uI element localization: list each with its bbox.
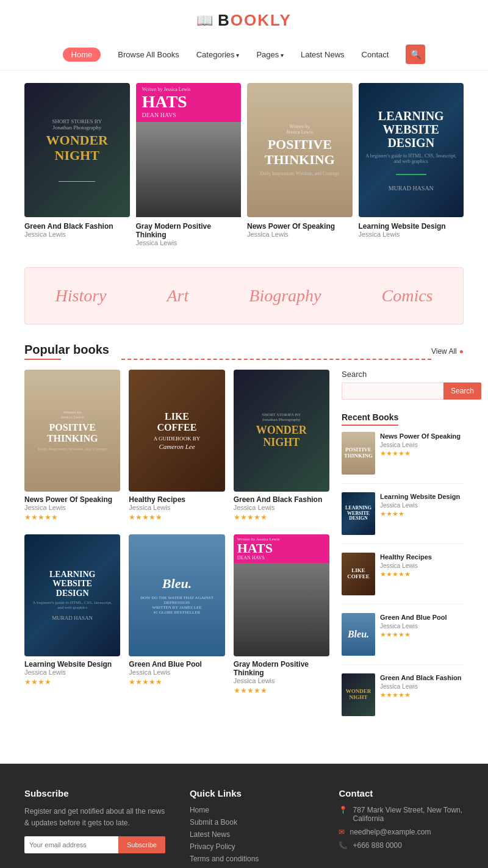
category-history[interactable]: History bbox=[56, 286, 107, 306]
footer-link-news[interactable]: Latest News bbox=[190, 830, 315, 839]
view-all-dot: ● bbox=[459, 347, 464, 356]
grid-book-3-stars: ★★★★★ bbox=[234, 513, 329, 522]
featured-book-2-title: Gray Modern Positive Thinking bbox=[136, 222, 242, 239]
category-art[interactable]: Art bbox=[167, 286, 189, 306]
footer-link-terms[interactable]: Terms and conditions bbox=[190, 855, 315, 863]
nav-home[interactable]: Home bbox=[63, 48, 101, 62]
grid-book-1-author: Jessica Lewis bbox=[24, 504, 120, 511]
recent-book-3-stars: ★★★★★ bbox=[380, 570, 464, 578]
recent-book-5-title: Green And Black Fashion bbox=[380, 673, 464, 682]
recent-book-1-title: News Power Of Speaking bbox=[380, 432, 464, 440]
books-grid: Written byJessica Lewis POSITIVETHINKING… bbox=[24, 370, 329, 733]
phone-icon: 📞 bbox=[339, 841, 348, 850]
grid-book-2[interactable]: LIKECOFFEE A GUIDEBOOK BY Cameron Lee He… bbox=[129, 370, 224, 522]
search-button[interactable]: 🔍 bbox=[406, 45, 425, 64]
featured-book-3[interactable]: Written byJessica Lewis POSITIVETHINKING… bbox=[247, 83, 353, 249]
search-input[interactable] bbox=[342, 382, 443, 400]
featured-book-1[interactable]: SHORT STORIES BYJonathan Photography WON… bbox=[24, 83, 130, 249]
grid-book-4-title: Learning Website Design bbox=[24, 660, 120, 669]
recent-info-3: Healthy Recipes Jessica Lewis ★★★★★ bbox=[380, 553, 464, 578]
search-box: Search Search bbox=[342, 370, 464, 400]
featured-book-3-author: Jessica Lewis bbox=[247, 231, 353, 238]
recent-books-section: Recent Books POSITIVETHINKING News Power… bbox=[342, 412, 464, 725]
nav-pages[interactable]: Pages bbox=[256, 50, 284, 59]
grid-book-2-stars: ★★★★★ bbox=[129, 513, 224, 522]
footer-contact-title: Contact bbox=[339, 788, 464, 798]
search-submit[interactable]: Search bbox=[443, 382, 481, 400]
recent-book-5-author: Jessica Lewis bbox=[380, 683, 464, 690]
grid-row-1: Written byJessica Lewis POSITIVETHINKING… bbox=[24, 370, 329, 522]
recent-thumb-3: LIKECOFFEE bbox=[342, 553, 375, 595]
footer-quick-links: Quick Links Home Submit a Book Latest Ne… bbox=[190, 788, 315, 867]
featured-book-4-author: Jessica Lewis bbox=[359, 231, 464, 238]
grid-book-1-title: News Power Of Speaking bbox=[24, 495, 120, 504]
logo-icon: 📖 bbox=[196, 13, 213, 29]
footer-columns: Subscribe Register and get notified abou… bbox=[24, 788, 464, 867]
search-row: Search bbox=[342, 382, 464, 400]
footer-link-home[interactable]: Home bbox=[190, 806, 315, 814]
grid-book-5[interactable]: Bleu. HOW DO THE WATER THAT AGAINST DEPR… bbox=[129, 534, 224, 695]
recent-info-2: Learning Website Design Jessica Lewis ★★… bbox=[380, 492, 464, 518]
main-content: Written byJessica Lewis POSITIVETHINKING… bbox=[24, 370, 464, 733]
grid-book-6[interactable]: Written by Jessica Lewis HATS DEAN HAVS … bbox=[234, 534, 329, 695]
footer-subscribe-button[interactable]: Subscribe bbox=[118, 836, 165, 853]
grid-cover-5: Bleu. HOW DO THE WATER THAT AGAINST DEPR… bbox=[129, 534, 224, 656]
recent-book-4[interactable]: Bleu. Green And Blue Pool Jessica Lewis … bbox=[342, 613, 464, 665]
nav-categories[interactable]: Categories bbox=[196, 50, 240, 59]
recent-book-2[interactable]: LEARNINGWEBSITEDESIGN Learning Website D… bbox=[342, 492, 464, 544]
recent-book-4-title: Green And Blue Pool bbox=[380, 613, 464, 622]
grid-cover-2: LIKECOFFEE A GUIDEBOOK BY Cameron Lee bbox=[129, 370, 224, 492]
recent-book-5[interactable]: WONDERNIGHT Green And Black Fashion Jess… bbox=[342, 673, 464, 725]
featured-books: SHORT STORIES BYJonathan Photography WON… bbox=[0, 71, 488, 261]
featured-book-1-title: Green And Black Fashion bbox=[24, 222, 130, 231]
grid-book-1-stars: ★★★★★ bbox=[24, 513, 120, 522]
recent-book-1-stars: ★★★★★ bbox=[380, 450, 464, 457]
grid-book-6-title: Gray Modern Positive Thinking bbox=[234, 660, 329, 677]
grid-book-4[interactable]: LEARNINGWEBSITEDESIGN A beginner's guide… bbox=[24, 534, 120, 695]
search-label: Search bbox=[342, 370, 464, 379]
featured-book-2-author: Jessica Lewis bbox=[136, 239, 242, 246]
footer-email-row: Subscribe bbox=[24, 836, 165, 853]
popular-section: Popular books View All ● Written byJessi… bbox=[0, 337, 488, 739]
logo-text: BOOKLY bbox=[218, 11, 292, 30]
featured-book-1-author: Jessica Lewis bbox=[24, 231, 130, 238]
nav-contact[interactable]: Contact bbox=[362, 50, 389, 59]
category-comics[interactable]: Comics bbox=[382, 286, 433, 306]
recent-thumb-4: Bleu. bbox=[342, 613, 375, 656]
footer-subscribe-title: Subscribe bbox=[24, 788, 165, 798]
recent-books-title: Recent Books bbox=[342, 412, 398, 426]
logo: 📖 BOOKLY bbox=[196, 11, 292, 30]
recent-thumb-2: LEARNINGWEBSITEDESIGN bbox=[342, 492, 375, 535]
grid-book-2-title: Healthy Recipes bbox=[129, 495, 224, 504]
recent-book-3-title: Healthy Recipes bbox=[380, 553, 464, 561]
recent-book-1-author: Jessica Lewis bbox=[380, 442, 464, 448]
categories-banner: History Art Biography Comics bbox=[24, 267, 464, 325]
grid-book-3-author: Jessica Lewis bbox=[234, 504, 329, 511]
grid-row-2: LEARNINGWEBSITEDESIGN A beginner's guide… bbox=[24, 534, 329, 695]
category-biography[interactable]: Biography bbox=[249, 286, 321, 306]
recent-book-1[interactable]: POSITIVETHINKING News Power Of Speaking … bbox=[342, 432, 464, 484]
footer-address: 📍 787 Mark View Street, New Town, Califo… bbox=[339, 806, 464, 823]
nav-browse[interactable]: Browse All Books bbox=[118, 50, 179, 59]
featured-book-2[interactable]: Written by Jessica Lewis HATS DEAN HAVS … bbox=[136, 83, 242, 249]
featured-book-4-meta: Learning Website Design Jessica Lewis bbox=[359, 217, 464, 240]
navigation: Home Browse All Books Categories Pages L… bbox=[63, 38, 426, 70]
nav-latest-news[interactable]: Latest News bbox=[301, 50, 345, 59]
view-all-button[interactable]: View All ● bbox=[431, 347, 464, 356]
footer-link-submit[interactable]: Submit a Book bbox=[190, 818, 315, 827]
grid-book-5-title: Green And Blue Pool bbox=[129, 660, 224, 669]
featured-book-4[interactable]: LEARNINGWEBSITEDESIGN A beginner's guide… bbox=[359, 83, 464, 249]
recent-book-2-author: Jessica Lewis bbox=[380, 502, 464, 509]
grid-book-4-stars: ★★★★ bbox=[24, 678, 120, 687]
featured-cover-1: SHORT STORIES BYJonathan Photography WON… bbox=[24, 83, 130, 217]
recent-thumb-1: POSITIVETHINKING bbox=[342, 432, 375, 475]
recent-book-3[interactable]: LIKECOFFEE Healthy Recipes Jessica Lewis… bbox=[342, 553, 464, 604]
grid-book-3[interactable]: SHORT STORIES BYJonathan Photography WON… bbox=[234, 370, 329, 522]
recent-book-4-author: Jessica Lewis bbox=[380, 623, 464, 629]
footer-link-privacy[interactable]: Privacy Policy bbox=[190, 842, 315, 851]
grid-book-1[interactable]: Written byJessica Lewis POSITIVETHINKING… bbox=[24, 370, 120, 522]
footer-email-input[interactable] bbox=[24, 836, 118, 853]
recent-book-3-author: Jessica Lewis bbox=[380, 562, 464, 569]
recent-book-2-title: Learning Website Design bbox=[380, 492, 464, 501]
grid-book-5-author: Jessica Lewis bbox=[129, 669, 224, 676]
